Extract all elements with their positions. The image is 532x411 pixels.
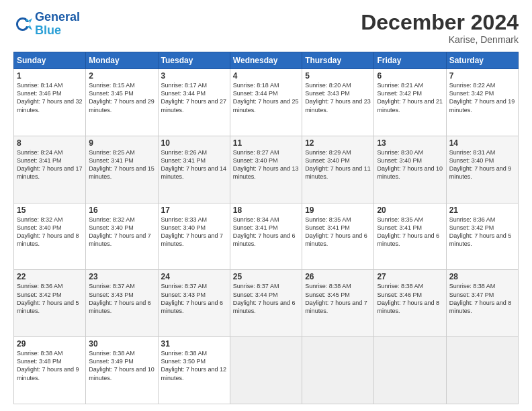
calendar-cell: 7Sunrise: 8:22 AMSunset: 3:42 PMDaylight… (446, 69, 518, 136)
calendar-cell: 2Sunrise: 8:15 AMSunset: 3:45 PMDaylight… (86, 69, 158, 136)
calendar-cell: 1Sunrise: 8:14 AMSunset: 3:46 PMDaylight… (14, 69, 86, 136)
day-number: 9 (89, 138, 154, 148)
logo-icon (13, 15, 32, 34)
calendar-cell (230, 337, 302, 404)
calendar-cell: 22Sunrise: 8:36 AMSunset: 3:42 PMDayligh… (14, 270, 86, 337)
day-number: 15 (17, 205, 83, 215)
calendar-cell: 24Sunrise: 8:37 AMSunset: 3:43 PMDayligh… (158, 270, 230, 337)
title-area: December 2024 Karise, Denmark (361, 11, 519, 45)
calendar-cell: 27Sunrise: 8:38 AMSunset: 3:46 PMDayligh… (374, 270, 446, 337)
weekday-header-cell: Friday (374, 52, 446, 69)
calendar-cell: 26Sunrise: 8:38 AMSunset: 3:45 PMDayligh… (302, 270, 374, 337)
calendar-cell: 19Sunrise: 8:35 AMSunset: 3:41 PMDayligh… (302, 203, 374, 270)
day-number: 2 (89, 71, 154, 81)
cell-info: Sunrise: 8:37 AMSunset: 3:43 PMDaylight:… (89, 282, 154, 315)
cell-info: Sunrise: 8:30 AMSunset: 3:40 PMDaylight:… (377, 148, 443, 181)
calendar-cell: 12Sunrise: 8:29 AMSunset: 3:40 PMDayligh… (302, 136, 374, 203)
weekday-header-row: SundayMondayTuesdayWednesdayThursdayFrid… (14, 52, 519, 69)
day-number: 13 (377, 138, 443, 148)
calendar-cell: 3Sunrise: 8:17 AMSunset: 3:44 PMDaylight… (158, 69, 230, 136)
day-number: 27 (377, 272, 443, 281)
day-number: 23 (89, 272, 154, 281)
day-number: 5 (305, 71, 371, 81)
day-number: 18 (233, 205, 299, 215)
page: General Blue December 2024 Karise, Denma… (0, 0, 532, 411)
cell-info: Sunrise: 8:33 AMSunset: 3:40 PMDaylight:… (161, 216, 227, 248)
cell-info: Sunrise: 8:35 AMSunset: 3:41 PMDaylight:… (377, 216, 443, 248)
cell-info: Sunrise: 8:24 AMSunset: 3:41 PMDaylight:… (17, 148, 83, 181)
weekday-header-cell: Wednesday (230, 52, 302, 69)
weekday-header-cell: Thursday (302, 52, 374, 69)
calendar-cell: 20Sunrise: 8:35 AMSunset: 3:41 PMDayligh… (374, 203, 446, 270)
day-number: 10 (161, 138, 227, 148)
cell-info: Sunrise: 8:34 AMSunset: 3:41 PMDaylight:… (233, 216, 299, 248)
calendar-cell: 29Sunrise: 8:38 AMSunset: 3:48 PMDayligh… (14, 337, 86, 404)
weekday-header-cell: Sunday (14, 52, 86, 69)
logo: General Blue (13, 11, 80, 38)
day-number: 4 (233, 71, 299, 81)
cell-info: Sunrise: 8:25 AMSunset: 3:41 PMDaylight:… (89, 148, 154, 181)
calendar-cell: 21Sunrise: 8:36 AMSunset: 3:42 PMDayligh… (446, 203, 518, 270)
cell-info: Sunrise: 8:32 AMSunset: 3:40 PMDaylight:… (17, 216, 83, 248)
cell-info: Sunrise: 8:26 AMSunset: 3:41 PMDaylight:… (161, 148, 227, 181)
day-number: 21 (449, 205, 515, 215)
calendar-cell: 11Sunrise: 8:27 AMSunset: 3:40 PMDayligh… (230, 136, 302, 203)
cell-info: Sunrise: 8:36 AMSunset: 3:42 PMDaylight:… (449, 216, 515, 248)
calendar-week-row: 1Sunrise: 8:14 AMSunset: 3:46 PMDaylight… (14, 69, 519, 136)
cell-info: Sunrise: 8:27 AMSunset: 3:40 PMDaylight:… (233, 148, 299, 181)
calendar-cell: 15Sunrise: 8:32 AMSunset: 3:40 PMDayligh… (14, 203, 86, 270)
cell-info: Sunrise: 8:32 AMSunset: 3:40 PMDaylight:… (89, 216, 154, 248)
cell-info: Sunrise: 8:21 AMSunset: 3:42 PMDaylight:… (377, 81, 443, 114)
day-number: 12 (305, 138, 371, 148)
cell-info: Sunrise: 8:37 AMSunset: 3:44 PMDaylight:… (233, 282, 299, 315)
cell-info: Sunrise: 8:38 AMSunset: 3:49 PMDaylight:… (89, 349, 154, 382)
calendar-cell: 17Sunrise: 8:33 AMSunset: 3:40 PMDayligh… (158, 203, 230, 270)
cell-info: Sunrise: 8:38 AMSunset: 3:47 PMDaylight:… (449, 282, 515, 315)
location: Karise, Denmark (361, 34, 519, 45)
weekday-header-cell: Tuesday (158, 52, 230, 69)
day-number: 14 (449, 138, 515, 148)
day-number: 31 (161, 339, 227, 349)
calendar-cell: 28Sunrise: 8:38 AMSunset: 3:47 PMDayligh… (446, 270, 518, 337)
day-number: 24 (161, 272, 227, 281)
cell-info: Sunrise: 8:35 AMSunset: 3:41 PMDaylight:… (305, 216, 371, 248)
calendar-cell: 14Sunrise: 8:31 AMSunset: 3:40 PMDayligh… (446, 136, 518, 203)
calendar-week-row: 22Sunrise: 8:36 AMSunset: 3:42 PMDayligh… (14, 270, 519, 337)
calendar-cell: 18Sunrise: 8:34 AMSunset: 3:41 PMDayligh… (230, 203, 302, 270)
cell-info: Sunrise: 8:18 AMSunset: 3:44 PMDaylight:… (233, 81, 299, 114)
day-number: 16 (89, 205, 154, 215)
day-number: 20 (377, 205, 443, 215)
weekday-header-cell: Saturday (446, 52, 518, 69)
calendar-cell: 10Sunrise: 8:26 AMSunset: 3:41 PMDayligh… (158, 136, 230, 203)
calendar-header: SundayMondayTuesdayWednesdayThursdayFrid… (14, 52, 519, 69)
day-number: 28 (449, 272, 515, 281)
cell-info: Sunrise: 8:31 AMSunset: 3:40 PMDaylight:… (449, 148, 515, 181)
day-number: 22 (17, 272, 83, 281)
cell-info: Sunrise: 8:38 AMSunset: 3:46 PMDaylight:… (377, 282, 443, 315)
calendar-cell: 16Sunrise: 8:32 AMSunset: 3:40 PMDayligh… (86, 203, 158, 270)
cell-info: Sunrise: 8:38 AMSunset: 3:50 PMDaylight:… (161, 349, 227, 382)
cell-info: Sunrise: 8:20 AMSunset: 3:43 PMDaylight:… (305, 81, 371, 114)
day-number: 26 (305, 272, 371, 281)
cell-info: Sunrise: 8:22 AMSunset: 3:42 PMDaylight:… (449, 81, 515, 114)
cell-info: Sunrise: 8:29 AMSunset: 3:40 PMDaylight:… (305, 148, 371, 181)
day-number: 11 (233, 138, 299, 148)
calendar-cell: 9Sunrise: 8:25 AMSunset: 3:41 PMDaylight… (86, 136, 158, 203)
calendar-table: SundayMondayTuesdayWednesdayThursdayFrid… (13, 52, 519, 404)
logo-text: General Blue (35, 11, 80, 38)
calendar-cell: 30Sunrise: 8:38 AMSunset: 3:49 PMDayligh… (86, 337, 158, 404)
day-number: 17 (161, 205, 227, 215)
cell-info: Sunrise: 8:38 AMSunset: 3:45 PMDaylight:… (305, 282, 371, 315)
calendar-week-row: 29Sunrise: 8:38 AMSunset: 3:48 PMDayligh… (14, 337, 519, 404)
calendar-cell: 8Sunrise: 8:24 AMSunset: 3:41 PMDaylight… (14, 136, 86, 203)
day-number: 29 (17, 339, 83, 349)
day-number: 8 (17, 138, 83, 148)
calendar-cell: 6Sunrise: 8:21 AMSunset: 3:42 PMDaylight… (374, 69, 446, 136)
calendar-cell: 31Sunrise: 8:38 AMSunset: 3:50 PMDayligh… (158, 337, 230, 404)
cell-info: Sunrise: 8:14 AMSunset: 3:46 PMDaylight:… (17, 81, 83, 114)
day-number: 19 (305, 205, 371, 215)
calendar-cell: 4Sunrise: 8:18 AMSunset: 3:44 PMDaylight… (230, 69, 302, 136)
calendar-week-row: 8Sunrise: 8:24 AMSunset: 3:41 PMDaylight… (14, 136, 519, 203)
day-number: 1 (17, 71, 83, 81)
calendar-cell (302, 337, 374, 404)
